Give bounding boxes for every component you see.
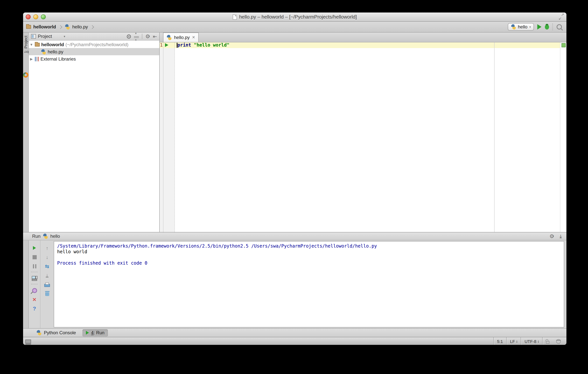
title-bar[interactable]: hello.py – helloworld – [~/PycharmProjec… bbox=[23, 12, 567, 21]
soft-wrap-icon[interactable]: ⇆ bbox=[45, 264, 49, 268]
line-number: 1 bbox=[160, 43, 163, 48]
rerun-button[interactable] bbox=[33, 246, 36, 250]
separator bbox=[142, 34, 142, 39]
show-console-icon[interactable] bbox=[32, 276, 37, 281]
clear-console-icon[interactable] bbox=[45, 292, 49, 296]
toggle-toolwindows-icon[interactable] bbox=[25, 339, 31, 343]
run-panel-title: Run bbox=[32, 234, 41, 239]
python-console-tab[interactable]: Python Console bbox=[33, 329, 79, 336]
zoom-window-button[interactable] bbox=[41, 14, 46, 19]
run-button[interactable] bbox=[537, 24, 541, 30]
tree-row-hello-py[interactable]: hello.py bbox=[29, 48, 159, 55]
line-separator-widget[interactable]: LF ▴▾ bbox=[507, 337, 521, 345]
python-icon bbox=[511, 24, 516, 30]
inspection-status-indicator[interactable] bbox=[562, 43, 566, 47]
search-icon[interactable] bbox=[556, 24, 562, 30]
breadcrumb-project[interactable]: helloworld bbox=[33, 24, 56, 30]
editor-gutter bbox=[160, 43, 174, 232]
breadcrumb: helloworld hello.py bbox=[26, 24, 94, 30]
help-icon[interactable]: ? bbox=[33, 306, 36, 311]
gutter-separator bbox=[163, 43, 163, 232]
python-console-icon bbox=[36, 330, 42, 335]
tool-window-bar: Python Console 4: Run bbox=[23, 328, 567, 337]
editor-area: hello.py ✕ 1 print "hello world" bbox=[160, 32, 567, 232]
tree-collapsed-icon[interactable]: ▶ bbox=[30, 57, 33, 61]
project-view-label[interactable]: Project bbox=[38, 34, 52, 39]
project-panel: Project ▾ ⚙ ▾ ⇤ ▼ bbox=[29, 32, 160, 232]
gutter-separator bbox=[174, 43, 175, 232]
run-panel-header[interactable]: Run hello ⚙ ▾ ⇤ bbox=[23, 232, 567, 240]
hector-inspector-icon bbox=[556, 339, 561, 343]
left-tool-window-strip: 1: Project bbox=[23, 32, 29, 232]
run-configuration-name: hello bbox=[518, 24, 527, 30]
run-tab-label: : Run bbox=[94, 330, 105, 335]
scroll-to-end-icon[interactable]: ↓ bbox=[46, 273, 49, 278]
python-file-icon bbox=[167, 35, 172, 40]
run-config-name: hello bbox=[50, 234, 60, 239]
settings-button[interactable]: ⚙ ▾ bbox=[145, 34, 150, 39]
pause-output-button[interactable] bbox=[33, 264, 36, 268]
pin-tab-icon[interactable] bbox=[32, 288, 37, 293]
window-title: hello.py – helloworld – [~/PycharmProjec… bbox=[239, 14, 357, 20]
run-tab[interactable]: 4: Run bbox=[82, 329, 108, 336]
project-tree: ▼ helloworld(~/PycharmProjects/helloworl… bbox=[29, 41, 159, 232]
down-stacktrace-icon[interactable]: ↓ bbox=[46, 255, 48, 259]
collapse-all-icon[interactable] bbox=[134, 34, 139, 39]
console-blank-line bbox=[57, 255, 564, 260]
python-console-label: Python Console bbox=[44, 330, 76, 335]
separator bbox=[31, 284, 38, 284]
status-bar: 5:1 LF ▴▾ UTF-8 ▴▾ bbox=[23, 337, 567, 345]
string-literal: "hello world" bbox=[194, 43, 230, 48]
code-editor[interactable]: 1 print "hello world" bbox=[160, 43, 567, 232]
chevron-down-icon: ▾ bbox=[529, 25, 531, 29]
hide-panel-icon[interactable]: ⇤ bbox=[153, 34, 157, 39]
tree-expanded-icon[interactable]: ▼ bbox=[30, 43, 33, 46]
pycharm-logo-icon bbox=[23, 72, 28, 78]
desktop-background: hello.py – helloworld – [~/PycharmProjec… bbox=[0, 0, 588, 374]
breadcrumb-file[interactable]: hello.py bbox=[72, 24, 88, 30]
libraries-icon bbox=[35, 57, 39, 61]
settings-button[interactable]: ⚙ ▾ bbox=[549, 234, 554, 239]
tree-row-project-root[interactable]: ▼ helloworld(~/PycharmProjects/helloworl… bbox=[29, 41, 159, 48]
print-icon[interactable] bbox=[44, 284, 50, 287]
external-libraries-label: External Libraries bbox=[41, 56, 76, 62]
project-root-name: helloworld bbox=[41, 42, 64, 47]
encoding-widget[interactable]: UTF-8 ▴▾ bbox=[521, 337, 542, 345]
traffic-lights bbox=[26, 14, 46, 19]
console-toolbar: ↑ ↓ ⇆ ↓ bbox=[41, 240, 54, 328]
close-window-button[interactable] bbox=[26, 14, 31, 19]
readonly-toggle[interactable] bbox=[543, 337, 553, 345]
debug-button[interactable] bbox=[545, 24, 549, 29]
console-exit-line: Process finished with exit code 0 bbox=[57, 260, 564, 266]
project-panel-header: Project ▾ ⚙ ▾ ⇤ bbox=[29, 32, 159, 41]
run-icon bbox=[86, 331, 89, 335]
run-configuration-select[interactable]: hello ▾ bbox=[508, 23, 534, 31]
caret-position-widget[interactable]: 5:1 bbox=[494, 337, 506, 345]
editor-tab-hello-py[interactable]: hello.py ✕ bbox=[163, 32, 199, 42]
project-root-path: (~/PycharmProjects/helloworld) bbox=[65, 42, 128, 47]
python-file-icon bbox=[65, 24, 70, 30]
close-tab-icon[interactable]: ✕ bbox=[192, 36, 195, 39]
stop-button[interactable] bbox=[32, 255, 37, 259]
chevron-down-icon: ▾ bbox=[148, 35, 150, 38]
python-file-icon bbox=[41, 49, 46, 54]
project-tool-window-button[interactable]: 1: Project bbox=[23, 36, 28, 53]
close-icon[interactable]: ✕ bbox=[32, 297, 37, 302]
minimize-window-button[interactable] bbox=[33, 14, 38, 19]
separator bbox=[552, 23, 553, 30]
highlighting-level-widget[interactable] bbox=[553, 337, 564, 345]
console-stdout-line: hello world bbox=[57, 249, 564, 255]
tree-row-external-libraries[interactable]: ▶ External Libraries bbox=[29, 55, 159, 63]
project-view-icon bbox=[31, 34, 36, 39]
scroll-to-source-icon[interactable] bbox=[127, 34, 131, 38]
chevron-down-icon[interactable]: ▾ bbox=[64, 35, 65, 38]
run-panel-body: ✕ ? ↑ ↓ ⇆ ↓ /System/Library/Frameworks/P… bbox=[23, 240, 567, 328]
spinner-icon: ▴▾ bbox=[538, 340, 539, 343]
hide-panel-icon[interactable]: ⇤ bbox=[558, 234, 563, 238]
keyword-print: print bbox=[178, 43, 191, 48]
error-stripe[interactable] bbox=[560, 43, 567, 232]
run-console-output[interactable]: /System/Library/Frameworks/Python.framew… bbox=[54, 241, 564, 327]
run-line-marker-icon[interactable] bbox=[165, 43, 168, 47]
resize-icon[interactable] bbox=[558, 14, 564, 19]
up-stacktrace-icon[interactable]: ↑ bbox=[46, 246, 48, 250]
